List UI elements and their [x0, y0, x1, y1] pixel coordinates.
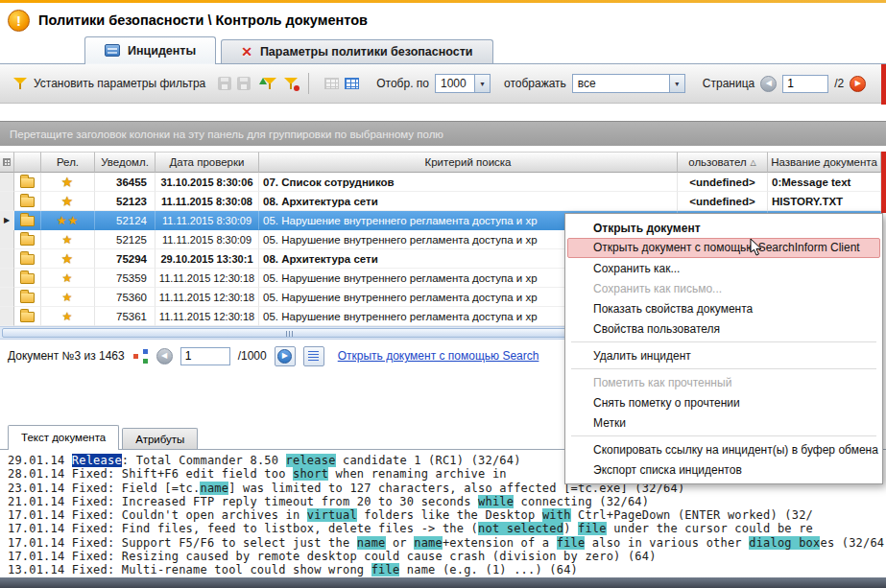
relevance-stars: ★ [41, 269, 95, 288]
row-marker [0, 230, 14, 249]
menu-item[interactable]: Сохранить как письмо... [567, 278, 880, 298]
plain-text: connecting (32/64) [514, 495, 649, 508]
next-arrow-icon: ▶ [855, 80, 861, 87]
date-column-header[interactable]: Дата проверки [156, 152, 259, 173]
green-up-arrow-icon [259, 78, 267, 84]
tab-document-text[interactable]: Текст документа [8, 425, 119, 449]
page-title: Политики безопасности \ Контроль докумен… [38, 12, 368, 28]
search-criteria-cell: 07. Список сотрудников [259, 173, 678, 192]
plain-text: 29.01.14 [8, 454, 72, 467]
table-row[interactable]: ★5212311.11.2015 8:30:0808. Архитектура … [0, 192, 881, 211]
notification-id-cell: 75359 [95, 269, 156, 288]
user-cell: <undefined> [678, 173, 768, 192]
set-filter-button[interactable]: Установить параметры фильтра [6, 73, 212, 95]
star-icon: ★★ [57, 214, 80, 227]
menu-item[interactable]: Метки [567, 412, 880, 433]
display-count-combobox[interactable]: 1000 ▾ [435, 74, 491, 93]
doc-page-input[interactable] [180, 347, 230, 365]
folder-icon [20, 216, 35, 226]
chevron-down-icon[interactable]: ▾ [474, 75, 490, 92]
relevance-column-header[interactable]: Рел. [41, 152, 95, 173]
next-page-button[interactable]: ▶ [850, 76, 866, 92]
folder-cell [14, 269, 41, 288]
security-policy-params-icon: ✕ [241, 45, 252, 59]
row-marker: ▶ [0, 211, 14, 230]
plain-text: 17.01.14 Fixed: Find files, feed to list… [8, 522, 478, 535]
menu-separator [571, 341, 876, 342]
icon-column-header[interactable] [14, 152, 41, 173]
star-icon: ★ [62, 310, 74, 323]
relevance-stars: ★ [41, 192, 95, 211]
document-line: 13.01.14 Fixed: Multi-rename tool could … [8, 563, 886, 576]
tab-incidents[interactable]: Инциденты [84, 36, 216, 63]
check-date-cell: 11.11.2015 12:30:18 [156, 269, 259, 288]
tree-view-icon[interactable] [132, 348, 149, 364]
active-match-highlight: Release [72, 454, 122, 467]
display-count-value: 1000 [436, 77, 474, 90]
apply-filter-icon[interactable] [262, 77, 277, 91]
keyword-highlight: dialog box [749, 536, 820, 550]
table-row[interactable]: ★3645531.10.2015 8:30:0607. Список сотру… [0, 173, 881, 192]
user-cell: <undefined> [678, 192, 768, 211]
star-icon: ★ [62, 233, 74, 247]
menu-item[interactable]: Снять пометку о прочтении [567, 392, 880, 412]
prev-page-button[interactable]: ◀ [760, 76, 777, 92]
menu-separator [571, 368, 876, 369]
menu-item[interactable]: Открыть документ с помощью SearchInform … [567, 238, 880, 258]
criteria-column-header[interactable]: Критерий поиска [259, 152, 678, 173]
check-date-cell: 31.10.2015 8:30:06 [156, 173, 259, 192]
menu-item[interactable]: Удалить инцидент [567, 345, 880, 365]
menu-item[interactable]: Открыть документ [567, 218, 880, 238]
row-marker [0, 192, 14, 211]
mouse-cursor [750, 238, 762, 257]
tab-security-policy-params[interactable]: ✕ Параметры политики безопасности [221, 39, 492, 63]
keyword-highlight: release [286, 454, 336, 467]
menu-item[interactable]: Экспорт списка инцидентов [567, 459, 880, 480]
save-icon[interactable] [218, 77, 231, 90]
keyword-highlight: with [542, 508, 571, 522]
next-arrow-icon: ▶ [277, 349, 292, 364]
grouping-bar[interactable]: Перетащите заголовок колонки на эту пане… [0, 121, 886, 146]
save-all-icon[interactable] [237, 77, 251, 90]
menu-item[interactable]: Свойства пользователя [567, 318, 880, 339]
red-dot-icon [294, 85, 299, 91]
filter-icon [12, 77, 28, 91]
page-input[interactable] [782, 75, 828, 93]
notification-id-cell: 36455 [95, 173, 156, 192]
keyword-highlight: name [414, 536, 443, 550]
doc-prev-button[interactable]: ◀ [156, 348, 173, 365]
menu-item[interactable]: Показать свойства документа [567, 298, 880, 318]
doc-next-button[interactable]: ▶ [275, 346, 296, 366]
menu-item[interactable]: Скопировать ссылку на инцидент(ы) в буфе… [567, 439, 880, 459]
chevron-down-icon[interactable]: ▾ [669, 75, 684, 92]
menu-item[interactable]: Сохранить как... [567, 258, 880, 278]
red-edge-strip [881, 152, 886, 213]
star-icon: ★ [62, 271, 74, 285]
toolbar: Установить параметры фильтра Отобр. по 1… [0, 64, 881, 104]
red-edge-strip [881, 64, 886, 105]
user-column-header[interactable]: ользовател △ [678, 152, 768, 173]
main-tabbar: Инциденты ✕ Параметры политики безопасно… [0, 37, 886, 64]
doc-goto-button[interactable] [303, 346, 324, 366]
row-marker [0, 288, 14, 307]
open-with-client-link[interactable]: Открыть документ с помощью Search [338, 349, 539, 363]
tab-attributes[interactable]: Атрибуты [122, 428, 198, 449]
folder-cell [14, 307, 41, 326]
keyword-highlight: while [478, 495, 514, 508]
show-filter-combobox[interactable]: все ▾ [572, 74, 685, 93]
row-marker [0, 249, 14, 269]
plain-text: under the cursor could be re [607, 522, 813, 535]
grid-view-icon[interactable] [324, 78, 339, 89]
menu-item[interactable]: Пометить как прочтенный [567, 372, 880, 392]
star-icon: ★ [62, 176, 74, 189]
notification-column-header[interactable]: Уведомл. [95, 152, 156, 173]
plain-text: : Total Commander 8.50 [122, 454, 286, 467]
scrollbar-thumb[interactable] [2, 328, 578, 338]
relevance-stars: ★ [41, 230, 95, 249]
tab-security-policy-params-label: Параметры политики безопасности [260, 45, 473, 59]
document-column-header[interactable]: Название документа [768, 152, 881, 173]
reset-filter-icon[interactable] [283, 77, 299, 91]
folder-cell [14, 230, 41, 249]
table-view-icon[interactable] [345, 78, 359, 89]
search-criteria-cell: 08. Архитектура сети [259, 192, 678, 211]
